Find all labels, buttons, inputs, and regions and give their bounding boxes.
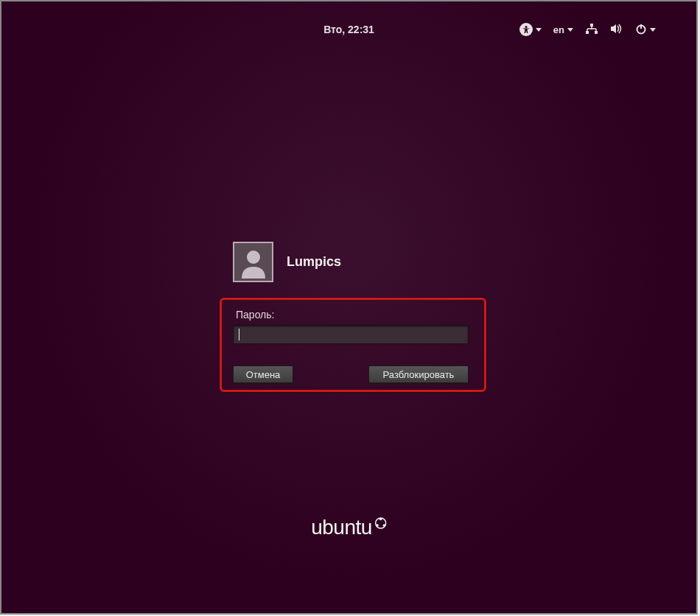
lock-screen: Вто, 22:31 en: [0, 0, 698, 615]
system-indicators: en: [519, 23, 656, 37]
svg-point-0: [525, 26, 527, 28]
chevron-down-icon: [650, 28, 656, 32]
language-label: en: [553, 24, 564, 35]
volume-icon[interactable]: [610, 23, 623, 37]
ubuntu-circle-icon: [375, 517, 387, 529]
svg-rect-1: [590, 24, 593, 27]
password-input[interactable]: [233, 325, 469, 344]
accessibility-menu[interactable]: [519, 23, 542, 36]
os-name: ubuntu: [311, 516, 372, 539]
text-cursor: [239, 329, 239, 340]
chevron-down-icon: [567, 28, 573, 32]
user-avatar: [233, 242, 273, 282]
svg-point-14: [383, 524, 386, 527]
top-panel: Вто, 22:31 en: [1, 19, 696, 40]
cancel-button[interactable]: Отмена: [233, 365, 293, 383]
svg-point-12: [379, 518, 382, 521]
svg-point-13: [376, 524, 379, 527]
accessibility-icon: [519, 23, 533, 36]
svg-point-10: [247, 251, 260, 264]
datetime-indicator[interactable]: Вто, 22:31: [323, 24, 374, 35]
user-info: Lumpics: [233, 242, 341, 282]
person-icon: [237, 246, 270, 279]
chevron-down-icon: [536, 28, 542, 32]
username-label: Lumpics: [287, 254, 341, 270]
svg-rect-3: [595, 31, 598, 34]
svg-rect-2: [586, 31, 589, 34]
network-icon[interactable]: [585, 23, 598, 37]
ubuntu-logo: ubuntu: [311, 516, 387, 539]
password-label: Пароль:: [236, 309, 274, 321]
power-icon[interactable]: [635, 24, 656, 35]
language-indicator[interactable]: en: [553, 24, 573, 35]
unlock-button[interactable]: Разблокировать: [368, 365, 469, 383]
